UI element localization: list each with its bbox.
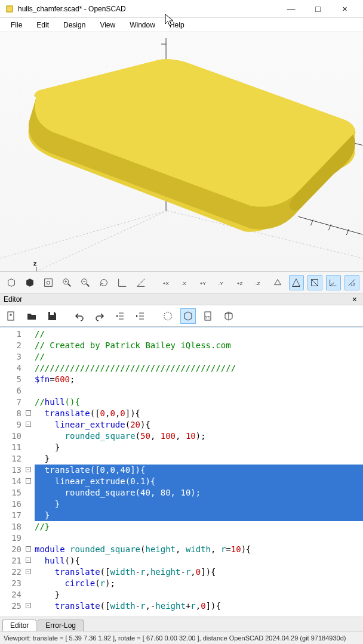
svg-text:-X: -X [182, 280, 187, 286]
svg-line-38 [87, 283, 90, 286]
statusbar: Viewport: translate = [ 5.39 7.36 1.92 ]… [0, 631, 363, 644]
menu-help[interactable]: Help [164, 20, 190, 30]
fold-icon[interactable]: - [26, 467, 31, 472]
fold-icon[interactable]: - [26, 569, 31, 574]
fold-icon[interactable]: - [26, 558, 31, 563]
indent-icon[interactable] [133, 308, 148, 324]
editor-close-icon[interactable]: × [350, 295, 359, 304]
view-diagonal-icon[interactable] [270, 275, 285, 290]
svg-text:-Z: -Z [256, 280, 260, 286]
new-file-icon[interactable] [4, 308, 19, 324]
code-content[interactable]: //// Created by Patrick Bailey iQless.co… [32, 327, 363, 617]
menu-file[interactable]: File [5, 20, 28, 30]
show-axes-icon[interactable] [326, 275, 341, 290]
bottom-tabs: Editor Error-Log [0, 617, 363, 631]
fold-icon[interactable]: - [26, 478, 31, 484]
view-back-icon[interactable]: -Y [214, 275, 229, 290]
menu-edit[interactable]: Edit [30, 20, 55, 30]
svg-text:STL: STL [205, 315, 212, 319]
svg-text:10: 10 [351, 282, 356, 286]
editor-preview-icon[interactable] [160, 308, 176, 324]
redo-icon[interactable] [92, 308, 107, 324]
editor-render-icon[interactable] [180, 308, 196, 324]
view-all-icon[interactable] [41, 275, 56, 290]
code-editor[interactable]: 1234567891011121314151617181920212223242… [0, 327, 363, 617]
fold-icon[interactable]: - [26, 546, 31, 552]
reset-view-icon[interactable] [96, 275, 111, 290]
svg-rect-31 [44, 278, 52, 286]
editor-toolbar: STL [0, 305, 363, 327]
svg-line-3 [1, 210, 167, 271]
svg-line-2 [1, 210, 167, 258]
unindent-icon[interactable] [112, 308, 128, 324]
view-right-icon[interactable]: +X [159, 275, 174, 290]
fold-gutter: - - - - - - - - [24, 327, 32, 617]
view-toolbar: +X -X +Y -Y +Z -Z 10 [0, 272, 363, 293]
svg-text:+Z: +Z [237, 280, 243, 286]
svg-line-34 [68, 283, 71, 286]
fold-icon[interactable]: - [26, 422, 31, 427]
minimize-button[interactable]: — [278, 1, 304, 17]
app-icon [5, 4, 14, 14]
tab-editor[interactable]: Editor [2, 620, 36, 631]
view-front-icon[interactable]: +Y [196, 275, 211, 290]
titlebar: hulls_chamfer.scad* - OpenSCAD — □ × [0, 0, 363, 18]
save-file-icon[interactable] [44, 308, 60, 324]
svg-text:+Y: +Y [200, 280, 207, 286]
zoom-out-icon[interactable] [78, 275, 93, 290]
line-number-gutter: 1234567891011121314151617181920212223242… [0, 327, 24, 617]
show-scale-icon[interactable]: 10 [344, 275, 359, 290]
axes-xz-icon[interactable] [133, 275, 148, 290]
render-icon[interactable] [22, 275, 37, 290]
svg-text:+X: +X [162, 280, 169, 286]
view-left-icon[interactable]: -X [177, 275, 192, 290]
menubar: File Edit Design View Window Help [0, 18, 363, 32]
svg-point-32 [47, 281, 50, 284]
viewport-3d[interactable]: z x y [0, 32, 363, 272]
view-bottom-icon[interactable]: -Z [252, 275, 267, 290]
svg-rect-1 [7, 7, 12, 11]
svg-rect-60 [50, 312, 54, 315]
menu-view[interactable]: View [94, 20, 121, 30]
status-text: Viewport: translate = [ 5.39 7.36 1.92 ]… [4, 634, 346, 642]
menu-design[interactable]: Design [57, 20, 91, 30]
zoom-in-icon[interactable] [59, 275, 74, 290]
fold-icon[interactable]: - [26, 603, 31, 608]
perspective-icon[interactable] [289, 275, 304, 290]
open-file-icon[interactable] [24, 308, 39, 324]
menu-window[interactable]: Window [124, 20, 161, 30]
axes-yz-icon[interactable] [115, 275, 130, 290]
view-top-icon[interactable]: +Z [233, 275, 248, 290]
editor-panel-header: Editor × [0, 293, 363, 305]
svg-line-42 [137, 278, 145, 286]
svg-line-51 [312, 279, 318, 286]
export-3d-icon[interactable] [221, 308, 236, 324]
preview-icon[interactable] [4, 275, 19, 290]
svg-text:z: z [34, 261, 37, 267]
close-button[interactable]: × [331, 1, 358, 17]
export-stl-icon[interactable]: STL [201, 308, 216, 324]
editor-header-label: Editor [4, 295, 22, 304]
tab-error-log[interactable]: Error-Log [38, 620, 84, 631]
maximize-button[interactable]: □ [304, 1, 331, 17]
window-title: hulls_chamfer.scad* - OpenSCAD [18, 5, 278, 13]
svg-line-54 [330, 283, 334, 286]
svg-text:-Y: -Y [219, 280, 224, 286]
undo-icon[interactable] [72, 308, 87, 324]
orthogonal-icon[interactable] [307, 275, 322, 290]
fold-icon[interactable]: - [26, 410, 31, 416]
